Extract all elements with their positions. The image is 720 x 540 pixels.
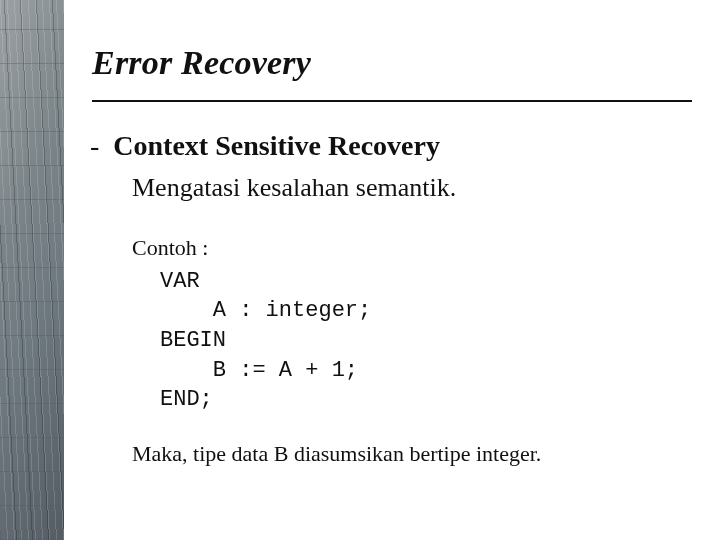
example-label: Contoh :: [132, 235, 684, 261]
slide-content: Error Recovery - Context Sensitive Recov…: [64, 0, 720, 540]
bullet-description: Mengatasi kesalahan semantik.: [132, 172, 684, 205]
stone-sidebar: [0, 0, 64, 540]
title-wrap: Error Recovery: [64, 0, 720, 92]
slide-body: - Context Sensitive Recovery Mengatasi k…: [64, 102, 720, 467]
slide-title: Error Recovery: [92, 44, 692, 82]
example-code: VAR A : integer; BEGIN B := A + 1; END;: [160, 267, 684, 415]
bullet-dash: -: [88, 130, 113, 162]
bullet-heading: Context Sensitive Recovery: [113, 130, 440, 162]
conclusion-text: Maka, tipe data B diasumsikan bertipe in…: [132, 441, 684, 467]
bullet-row: - Context Sensitive Recovery: [88, 130, 684, 162]
